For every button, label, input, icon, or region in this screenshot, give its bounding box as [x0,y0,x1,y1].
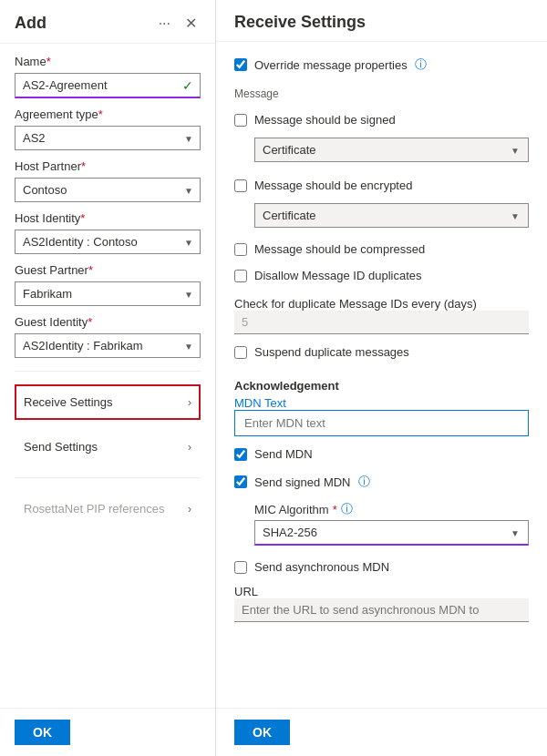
guest-partner-select-wrapper: Fabrikam ▼ [15,281,201,306]
header-icons: ··· ✕ [155,13,201,34]
guest-partner-select[interactable]: Fabrikam [15,281,201,306]
message-signed-row: Message should be signed [234,111,529,128]
message-signed-label: Message should be signed [254,113,396,127]
agreement-type-field-group: Agreement type* AS2 ▼ [15,107,201,150]
chevron-right-icon: › [188,503,191,516]
url-group: URL [234,585,529,622]
suspend-duplicates-checkbox[interactable] [234,346,247,359]
send-async-mdn-row: Send asynchronous MDN [234,558,529,576]
host-partner-label: Host Partner* [15,159,201,173]
disallow-duplicates-checkbox[interactable] [234,270,247,282]
message-compressed-label: Message should be compressed [254,242,425,256]
send-signed-mdn-checkbox[interactable] [234,475,247,488]
host-identity-select-wrapper: AS2Identity : Contoso ▼ [15,230,201,254]
info-icon-mic[interactable]: ⓘ [341,501,353,517]
agreement-type-select[interactable]: AS2 [15,126,201,150]
disallow-duplicates-label: Disallow Message ID duplicates [254,269,422,282]
left-body: Name* ✓ Agreement type* AS2 ▼ Host Partn… [0,44,215,708]
mic-select-wrapper: SHA2-256 SHA1 MD5 ▼ [254,520,529,546]
encrypted-cert-select[interactable]: Certificate [254,203,529,228]
right-body: Override message properties ⓘ Message Me… [216,42,547,708]
right-header: Receive Settings [216,0,547,42]
host-partner-select-wrapper: Contoso ▼ [15,178,201,202]
guest-identity-field-group: Guest Identity* AS2Identity : Fabrikam ▼ [15,315,201,358]
right-panel-title: Receive Settings [234,13,366,31]
mic-required-star: * [333,503,337,516]
override-message-checkbox[interactable] [234,58,247,71]
agreement-type-label: Agreement type* [15,107,201,121]
host-partner-select[interactable]: Contoso [15,178,201,202]
name-input[interactable] [15,73,201,98]
guest-partner-label: Guest Partner* [15,263,201,277]
url-label: URL [234,585,529,598]
message-encrypted-checkbox[interactable] [234,179,247,192]
signed-cert-select[interactable]: Certificate [254,138,529,162]
suspend-duplicates-label: Suspend duplicate messages [254,345,409,359]
divider-2 [15,477,201,478]
right-ok-button[interactable]: OK [234,720,290,745]
name-label: Name* [15,55,201,68]
mdn-text-input[interactable] [234,410,529,436]
mdn-text-label: MDN Text [234,396,529,410]
more-options-button[interactable]: ··· [155,14,174,34]
guest-identity-label: Guest Identity* [15,315,201,329]
mic-algorithm-label: MIC Algorithm [254,503,329,516]
message-signed-checkbox[interactable] [234,114,247,127]
right-panel: Receive Settings Override message proper… [216,0,547,756]
chevron-right-icon: › [188,396,191,409]
send-mdn-label: Send MDN [254,447,313,461]
disallow-duplicates-row: Disallow Message ID duplicates [234,267,529,284]
nav-receive-settings[interactable]: Receive Settings › [15,384,201,420]
name-input-wrapper: ✓ [15,73,201,98]
guest-identity-select[interactable]: AS2Identity : Fabrikam [15,333,201,358]
send-signed-mdn-row: Send signed MDN ⓘ [234,472,529,492]
override-message-label: Override message properties [254,58,408,72]
encrypted-cert-wrapper: Certificate ▼ [254,203,529,228]
check-duplicates-input[interactable] [234,311,529,334]
rosettanet-label: RosettaNet PIP references [24,502,164,516]
check-icon: ✓ [182,78,193,93]
message-section-label: Message [234,87,529,100]
agreement-type-select-wrapper: AS2 ▼ [15,126,201,150]
acknowledgement-label: Acknowledgement [234,379,529,393]
host-identity-select[interactable]: AS2Identity : Contoso [15,230,201,254]
left-header: Add ··· ✕ [0,0,215,44]
send-mdn-checkbox[interactable] [234,448,247,461]
guest-identity-select-wrapper: AS2Identity : Fabrikam ▼ [15,333,201,358]
left-panel: Add ··· ✕ Name* ✓ Agreement type* AS2 [0,0,216,756]
message-compressed-row: Message should be compressed [234,240,529,258]
divider [15,371,201,372]
right-footer: OK [216,708,547,756]
info-icon-signed-mdn[interactable]: ⓘ [358,474,370,490]
host-partner-field-group: Host Partner* Contoso ▼ [15,159,201,202]
info-icon[interactable]: ⓘ [415,56,427,73]
close-button[interactable]: ✕ [181,13,201,34]
host-identity-field-group: Host Identity* AS2Identity : Contoso ▼ [15,211,201,254]
receive-settings-label: Receive Settings [24,395,113,409]
message-compressed-checkbox[interactable] [234,243,247,256]
message-encrypted-row: Message should be encrypted [234,177,529,194]
left-ok-button[interactable]: OK [15,720,70,745]
send-signed-mdn-label: Send signed MDN [254,475,351,489]
host-identity-label: Host Identity* [15,211,201,225]
left-footer: OK [0,708,215,756]
suspend-duplicates-row: Suspend duplicate messages [234,343,529,361]
mic-algorithm-select[interactable]: SHA2-256 SHA1 MD5 [254,520,529,546]
override-message-row: Override message properties ⓘ [234,55,529,75]
nav-send-settings[interactable]: Send Settings › [15,429,201,465]
chevron-right-icon: › [188,441,191,454]
send-async-mdn-checkbox[interactable] [234,561,247,574]
acknowledgement-group: Acknowledgement MDN Text [234,373,529,436]
url-input[interactable] [234,598,529,622]
check-duplicates-group: Check for duplicate Message IDs every (d… [234,293,529,334]
message-encrypted-label: Message should be encrypted [254,179,412,192]
panel-title: Add [15,14,46,33]
send-settings-label: Send Settings [24,440,98,454]
send-async-mdn-label: Send asynchronous MDN [254,560,389,574]
check-duplicates-label: Check for duplicate Message IDs every (d… [234,297,529,311]
mic-algorithm-group: MIC Algorithm * ⓘ SHA2-256 SHA1 MD5 ▼ [234,501,529,546]
nav-rosettanet[interactable]: RosettaNet PIP references › [15,491,201,526]
signed-cert-wrapper: Certificate ▼ [254,138,529,162]
guest-partner-field-group: Guest Partner* Fabrikam ▼ [15,263,201,306]
send-mdn-row: Send MDN [234,445,529,463]
